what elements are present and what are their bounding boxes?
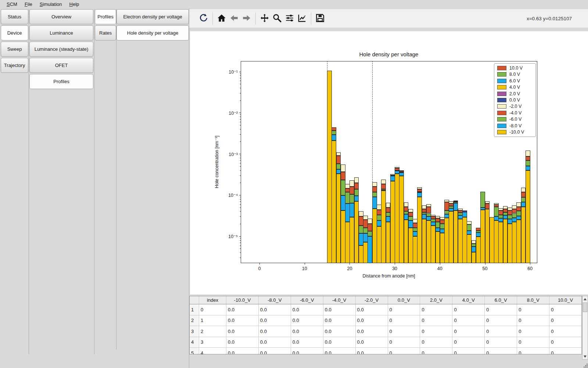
back-button[interactable]: [229, 13, 240, 24]
table-cell[interactable]: 0: [517, 337, 549, 348]
table-cell[interactable]: 0: [388, 337, 420, 348]
table-cell[interactable]: 0: [388, 326, 420, 337]
table-cell[interactable]: 0.0: [323, 326, 356, 337]
table-cell[interactable]: 0.0: [259, 348, 291, 354]
figure-canvas[interactable]: Hole density per voltage Distance from a…: [190, 31, 588, 294]
tab-ofet[interactable]: OFET: [29, 58, 93, 73]
menu-simulation[interactable]: Simulation: [36, 1, 66, 8]
table-cell[interactable]: 0.0: [291, 326, 323, 337]
tab-device[interactable]: Device: [1, 25, 28, 40]
scroll-up-button[interactable]: [582, 296, 588, 302]
row-number[interactable]: 3: [190, 326, 199, 337]
table-cell[interactable]: 0.0: [356, 304, 388, 315]
table-cell[interactable]: 0.0: [226, 337, 259, 348]
table-cell[interactable]: 0: [452, 326, 485, 337]
tab-luminance[interactable]: Luminance: [29, 25, 93, 40]
plot-options-button[interactable]: [297, 13, 308, 24]
table-cell[interactable]: 0: [517, 304, 549, 315]
table-cell[interactable]: 0: [420, 348, 452, 354]
table-cell[interactable]: 0: [199, 304, 226, 315]
table-cell[interactable]: 0: [452, 304, 485, 315]
home-button[interactable]: [216, 13, 227, 24]
table-cell[interactable]: 0.0: [226, 315, 259, 326]
table-cell[interactable]: 0: [517, 315, 549, 326]
menu-file[interactable]: File: [21, 1, 36, 8]
table-cell[interactable]: 0.0: [323, 337, 356, 348]
table-cell[interactable]: 0: [517, 348, 549, 354]
table-cell[interactable]: 0.0: [356, 315, 388, 326]
table-cell[interactable]: 0.0: [291, 304, 323, 315]
table-cell[interactable]: 0: [452, 315, 485, 326]
table-cell[interactable]: 0: [485, 326, 517, 337]
resize-grip[interactable]: [584, 367, 585, 368]
table-cell[interactable]: 0: [517, 326, 549, 337]
table-cell[interactable]: 0: [420, 326, 452, 337]
pan-button[interactable]: [259, 13, 270, 24]
table-cell[interactable]: 0.0: [356, 348, 388, 354]
forward-button[interactable]: [241, 13, 252, 24]
table-cell[interactable]: 0: [388, 315, 420, 326]
zoom-button[interactable]: [272, 13, 283, 24]
table-cell[interactable]: 0.0: [226, 326, 259, 337]
table-cell[interactable]: 0.0: [323, 348, 356, 354]
table-cell[interactable]: 0.0: [226, 304, 259, 315]
tab-status[interactable]: Status: [1, 9, 28, 24]
table-cell[interactable]: 0: [549, 304, 582, 315]
save-button[interactable]: [315, 13, 326, 24]
tab-overview[interactable]: Overview: [29, 9, 93, 24]
table-cell[interactable]: 0: [452, 337, 485, 348]
menu-help[interactable]: Help: [66, 1, 83, 8]
table-cell[interactable]: 0.0: [323, 304, 356, 315]
table-cell[interactable]: 0: [485, 348, 517, 354]
tab-profiles[interactable]: Profiles: [95, 9, 116, 24]
table-cell[interactable]: 0: [485, 304, 517, 315]
row-number[interactable]: 5: [190, 348, 199, 354]
table-cell[interactable]: 0.0: [356, 326, 388, 337]
row-number[interactable]: 4: [190, 337, 199, 348]
table-cell[interactable]: 0: [549, 348, 582, 354]
table-cell[interactable]: 0.0: [356, 337, 388, 348]
row-number[interactable]: 1: [190, 304, 199, 315]
scroll-down-button[interactable]: [582, 354, 588, 359]
table-cell[interactable]: 0: [549, 315, 582, 326]
table-cell[interactable]: 0: [388, 304, 420, 315]
tab-trajectory[interactable]: Trajectory: [1, 58, 28, 73]
table-cell[interactable]: 0: [388, 348, 420, 354]
table-cell[interactable]: 0.0: [259, 304, 291, 315]
table-cell[interactable]: 0.0: [259, 315, 291, 326]
tab-sweep[interactable]: Sweep: [1, 42, 28, 57]
table-vertical-scrollbar[interactable]: [582, 296, 588, 360]
tab-hole-density-per-voltage[interactable]: Hole density per voltage: [116, 25, 189, 40]
table-cell[interactable]: 0: [452, 348, 485, 354]
table-cell[interactable]: 0: [420, 304, 452, 315]
menu-scm[interactable]: SCM: [3, 1, 21, 8]
table-cell[interactable]: 0: [485, 315, 517, 326]
data-table[interactable]: index-10.0_V-8.0_V-6.0_V-4.0_V-2.0_V0.0_…: [189, 296, 582, 354]
table-cell[interactable]: 0: [420, 337, 452, 348]
table-cell[interactable]: 0: [420, 315, 452, 326]
table-cell[interactable]: 1: [199, 315, 226, 326]
bar-segment: [472, 247, 476, 252]
table-cell[interactable]: 0.0: [291, 337, 323, 348]
bar-segment: [458, 210, 463, 213]
table-cell[interactable]: 3: [199, 337, 226, 348]
subplots-button[interactable]: [284, 13, 295, 24]
table-cell[interactable]: 2: [199, 326, 226, 337]
row-number[interactable]: 2: [190, 315, 199, 326]
table-cell[interactable]: 0.0: [291, 315, 323, 326]
tab-profiles[interactable]: Profiles: [29, 74, 93, 89]
tab-rates[interactable]: Rates: [95, 25, 116, 40]
table-cell[interactable]: 0: [549, 326, 582, 337]
table-cell[interactable]: 0.0: [259, 326, 291, 337]
refresh-button[interactable]: [198, 13, 209, 24]
table-cell[interactable]: 0.0: [323, 315, 356, 326]
table-cell[interactable]: 4: [199, 348, 226, 354]
table-cell[interactable]: 0: [485, 337, 517, 348]
scrollbar-thumb[interactable]: [583, 302, 587, 312]
table-cell[interactable]: 0.0: [259, 337, 291, 348]
table-cell[interactable]: 0.0: [226, 348, 259, 354]
table-cell[interactable]: 0.0: [291, 348, 323, 354]
tab-luminance-steady-state-[interactable]: Luminance (steady-state): [29, 42, 93, 57]
table-cell[interactable]: 0: [549, 337, 582, 348]
tab-electron-density-per-voltage[interactable]: Electron density per voltage: [116, 9, 189, 24]
